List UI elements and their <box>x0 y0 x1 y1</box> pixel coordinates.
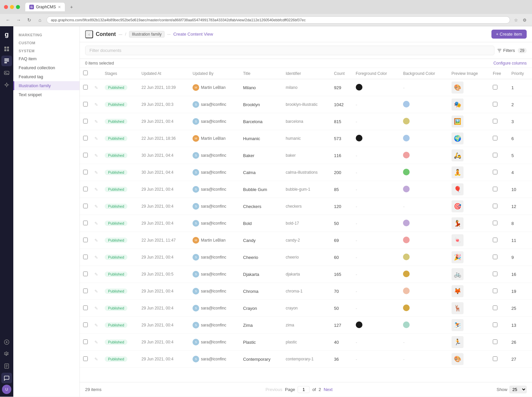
row-checkbox-3[interactable] <box>83 136 88 140</box>
row-edit-cell-9[interactable]: ✎ <box>91 232 101 249</box>
row-checkbox-6[interactable] <box>83 187 88 191</box>
row-checkbox-cell-13[interactable] <box>80 300 91 317</box>
edit-icon-3[interactable]: ✎ <box>94 136 98 141</box>
free-checkbox-6[interactable] <box>493 187 497 191</box>
row-checkbox-cell-14[interactable] <box>80 317 91 334</box>
free-checkbox-5[interactable] <box>493 170 497 174</box>
sidebar-icon-dash[interactable] <box>1 44 12 54</box>
priority-header[interactable]: Priority <box>508 68 532 79</box>
count-header[interactable]: Count <box>331 68 352 79</box>
edit-icon-5[interactable]: ✎ <box>94 170 98 175</box>
sidebar-icon-content[interactable] <box>1 56 12 66</box>
row-edit-cell-11[interactable]: ✎ <box>91 266 101 283</box>
row-checkbox-7[interactable] <box>83 204 88 208</box>
row-edit-cell-6[interactable]: ✎ <box>91 181 101 198</box>
row-edit-cell-12[interactable]: ✎ <box>91 283 101 300</box>
edit-icon-0[interactable]: ✎ <box>94 85 98 90</box>
free-checkbox-10[interactable] <box>493 255 497 259</box>
edit-icon-16[interactable]: ✎ <box>94 357 98 362</box>
row-edit-cell-16[interactable]: ✎ <box>91 351 101 368</box>
close-button[interactable] <box>4 5 8 9</box>
free-checkbox-9[interactable] <box>493 238 497 242</box>
tab-close-icon[interactable]: ✕ <box>58 5 61 9</box>
row-checkbox-9[interactable] <box>83 238 88 242</box>
new-tab-button[interactable]: + <box>67 3 75 11</box>
row-checkbox-cell-11[interactable] <box>80 266 91 283</box>
row-free-13[interactable] <box>489 300 508 317</box>
free-checkbox-3[interactable] <box>493 136 497 140</box>
per-page-select[interactable]: 25 50 100 <box>509 386 527 393</box>
free-checkbox-4[interactable] <box>493 153 497 157</box>
row-free-2[interactable] <box>489 113 508 130</box>
free-checkbox-15[interactable] <box>493 339 497 344</box>
user-avatar[interactable]: U <box>2 385 11 394</box>
row-checkbox-15[interactable] <box>83 339 88 344</box>
next-page-button[interactable]: Next <box>324 387 332 392</box>
configure-columns-button[interactable]: Configure columns <box>493 61 527 66</box>
row-checkbox-cell-16[interactable] <box>80 351 91 368</box>
row-checkbox-5[interactable] <box>83 170 88 174</box>
row-checkbox-cell-3[interactable] <box>80 130 91 147</box>
edit-icon-7[interactable]: ✎ <box>94 204 98 209</box>
row-free-1[interactable] <box>489 96 508 113</box>
row-checkbox-16[interactable] <box>83 356 88 361</box>
row-free-6[interactable] <box>489 181 508 198</box>
row-free-3[interactable] <box>489 130 508 147</box>
edit-icon-4[interactable]: ✎ <box>94 153 98 158</box>
sidebar-icon-schema[interactable] <box>1 80 12 90</box>
edit-icon-15[interactable]: ✎ <box>94 340 98 345</box>
row-free-8[interactable] <box>489 215 508 232</box>
filter-button[interactable]: Filters <box>497 48 515 53</box>
reload-button[interactable]: ↻ <box>25 16 33 24</box>
row-checkbox-12[interactable] <box>83 289 88 293</box>
row-checkbox-2[interactable] <box>83 119 88 123</box>
prev-page-button[interactable]: Previous <box>265 387 282 392</box>
row-free-7[interactable] <box>489 198 508 215</box>
row-free-0[interactable] <box>489 79 508 96</box>
row-checkbox-cell-2[interactable] <box>80 113 91 130</box>
identifier-header[interactable]: Identifier <box>282 68 331 79</box>
forward-button[interactable]: → <box>15 16 23 24</box>
free-checkbox-0[interactable] <box>493 85 497 90</box>
row-checkbox-cell-1[interactable] <box>80 96 91 113</box>
free-checkbox-16[interactable] <box>493 356 497 361</box>
row-checkbox-0[interactable] <box>83 85 88 90</box>
bookmark-icon[interactable]: ☆ <box>513 17 519 23</box>
title-header[interactable]: Title <box>240 68 282 79</box>
url-bar[interactable]: app.graphcms.com/9fce892b132a4b89bec952b… <box>47 16 510 24</box>
sidebar-item-featured-tag[interactable]: Featured tag <box>13 72 79 81</box>
create-item-button[interactable]: + Create item <box>491 30 527 39</box>
row-edit-cell-14[interactable]: ✎ <box>91 317 101 334</box>
edit-icon-14[interactable]: ✎ <box>94 323 98 328</box>
row-edit-cell-2[interactable]: ✎ <box>91 113 101 130</box>
browser-tab[interactable]: G GraphCMS ✕ <box>25 3 65 11</box>
row-edit-cell-4[interactable]: ✎ <box>91 147 101 164</box>
breadcrumb-more-icon[interactable]: ··· <box>167 32 171 37</box>
free-checkbox-2[interactable] <box>493 119 497 123</box>
free-header[interactable]: Free <box>489 68 508 79</box>
free-checkbox-1[interactable] <box>493 102 497 106</box>
row-checkbox-cell-15[interactable] <box>80 334 91 351</box>
row-checkbox-cell-7[interactable] <box>80 198 91 215</box>
filter-input[interactable] <box>85 46 494 55</box>
row-free-10[interactable] <box>489 249 508 266</box>
row-checkbox-cell-12[interactable] <box>80 283 91 300</box>
row-free-5[interactable] <box>489 164 508 181</box>
sidebar-item-faq[interactable]: FAQ item <box>13 54 79 63</box>
row-checkbox-13[interactable] <box>83 305 88 310</box>
sidebar-item-illustration-family[interactable]: Illustration family <box>13 81 79 90</box>
sidebar-icon-chat[interactable] <box>1 373 12 383</box>
sidebar-icon-plugins[interactable] <box>1 337 12 347</box>
row-checkbox-10[interactable] <box>83 255 88 259</box>
row-free-12[interactable] <box>489 283 508 300</box>
row-checkbox-cell-5[interactable] <box>80 164 91 181</box>
sidebar-item-text-snippet[interactable]: Text snippet <box>13 90 79 99</box>
app-logo[interactable]: g <box>1 29 12 40</box>
maximize-button[interactable] <box>16 5 20 9</box>
page-number-input[interactable] <box>298 386 310 393</box>
row-edit-cell-1[interactable]: ✎ <box>91 96 101 113</box>
row-free-4[interactable] <box>489 147 508 164</box>
row-edit-cell-13[interactable]: ✎ <box>91 300 101 317</box>
row-edit-cell-8[interactable]: ✎ <box>91 215 101 232</box>
free-checkbox-7[interactable] <box>493 204 497 208</box>
